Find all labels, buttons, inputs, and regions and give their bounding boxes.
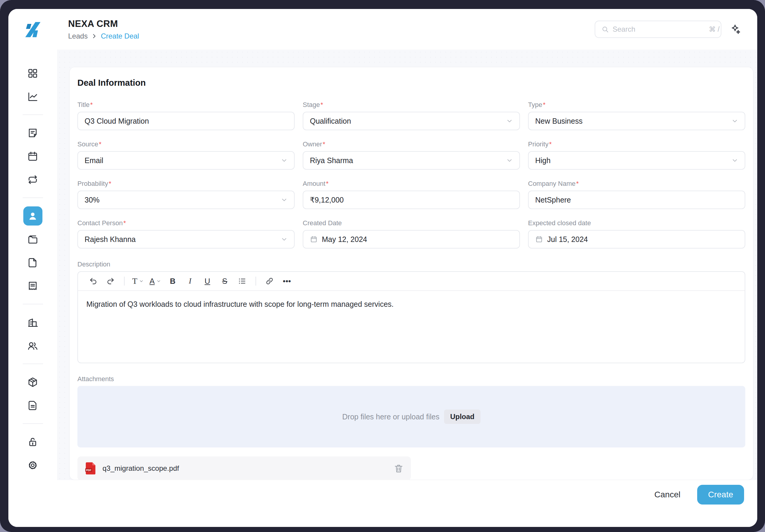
upload-button[interactable]: Upload [444,409,480,424]
deal-form-card: Deal Information Title*Q3 Cloud Migratio… [69,67,753,480]
sidebar-divider [23,114,43,115]
chevron-down-icon [506,117,513,125]
card-heading: Deal Information [77,78,745,88]
dropzone-text: Drop files here or upload files [342,412,439,421]
more-button[interactable]: ••• [280,274,294,288]
search-shortcut: ⌘ / [709,25,720,33]
sidebar-item-folders[interactable] [23,228,42,251]
source-select[interactable]: Email [77,151,295,170]
field-value: Qualification [310,117,351,126]
field-label-amount: Amount* [303,180,520,188]
field-value: 30% [85,196,100,204]
editor-toolbar: TABIUS••• [78,272,745,291]
text-style-glyph: T [132,276,137,286]
sidebar-item-products[interactable] [23,370,42,394]
search-icon [601,25,609,33]
field-label-owner: Owner* [303,140,520,148]
sidebar-item-files[interactable] [23,251,42,274]
toolbar-divider [256,276,256,285]
main-content: Deal Information Title*Q3 Cloud Migratio… [57,50,757,480]
sidebar-item-companies[interactable] [23,311,42,334]
analytics-icon [27,91,38,102]
company-name-input[interactable]: NetSphere [528,191,745,209]
chevron-down-icon [731,117,739,125]
required-asterisk: * [543,101,546,108]
calendar-icon [27,151,38,162]
chevron-down-icon [139,278,144,284]
link-button[interactable] [262,274,277,288]
redo-icon [106,277,115,285]
bullet-list-button[interactable] [235,274,250,288]
search-input[interactable] [613,25,705,33]
underline-glyph: U [205,276,210,286]
logo-cell [8,21,57,38]
stage-select[interactable]: Qualification [303,112,520,130]
ai-assistant-button[interactable] [729,23,742,36]
cancel-button[interactable]: Cancel [654,485,680,505]
header-right: ⌘ / [595,21,757,38]
field-label-text: Type [528,101,542,108]
created-date-date-picker[interactable]: May 12, 2024 [303,230,520,249]
sidebar-item-notes[interactable] [23,121,42,145]
undo-button[interactable] [86,274,101,288]
field-label-contact-person: Contact Person* [77,219,295,227]
underline-button[interactable]: U [200,274,215,288]
sidebar-item-invoices[interactable] [23,274,42,297]
breadcrumb: Leads Create Deal [68,32,139,40]
field-label-expected-closed-date: Expected closed date [528,219,745,227]
calendar-small-icon [310,236,318,243]
sync-icon [27,174,38,185]
description-input[interactable]: Migration of Q3 workloads to cloud infra… [78,291,745,363]
delete-attachment-button[interactable] [393,463,404,473]
type-select[interactable]: New Business [528,112,745,130]
folders-icon [27,234,38,245]
sidebar-item-team[interactable] [23,334,42,357]
chevron-right-icon [91,33,97,39]
field-value: New Business [535,117,582,126]
redo-button[interactable] [103,274,118,288]
sidebar-item-settings[interactable] [23,453,42,477]
search-box[interactable]: ⌘ / [595,21,721,38]
text-style-button[interactable]: T [131,274,146,288]
svg-text:PDF: PDF [86,469,91,472]
breadcrumb-parent[interactable]: Leads [68,32,88,40]
breadcrumb-current[interactable]: Create Deal [101,32,139,40]
field-stage: Stage*Qualification [303,101,520,130]
file-dropzone[interactable]: Drop files here or upload files Upload [77,386,745,447]
sidebar-item-contacts[interactable] [23,207,42,226]
app-title: NEXA CRM [68,19,139,29]
text-color-button[interactable]: A [148,274,163,288]
field-company-name: Company Name*NetSphere [528,180,745,209]
chevron-down-icon [280,157,288,164]
sidebar-item-calendar[interactable] [23,145,42,168]
italic-button[interactable]: I [183,274,198,288]
field-expected-closed-date: Expected closed dateJul 15, 2024 [528,219,745,249]
contact-person-select[interactable]: Rajesh Khanna [77,230,295,249]
sidebar-item-documents[interactable] [23,394,42,417]
field-value: May 12, 2024 [322,235,367,244]
create-button[interactable]: Create [697,485,744,505]
sidebar-item-security[interactable] [23,430,42,453]
strikethrough-button[interactable]: S [217,274,232,288]
header: NEXA CRM Leads Create Deal ⌘ / [8,9,757,50]
products-icon [27,377,38,388]
title-input[interactable]: Q3 Cloud Migration [77,112,295,130]
owner-select[interactable]: Riya Sharma [303,151,520,170]
field-label-created-date: Created Date [303,219,520,227]
toolbar-divider [124,276,125,285]
sidebar-item-dashboard[interactable] [23,62,42,85]
priority-select[interactable]: High [528,151,745,170]
chevron-down-icon [506,157,513,164]
sidebar-divider [23,423,43,424]
required-asterisk: * [109,180,112,187]
chevron-down-icon [280,196,288,204]
field-label-company-name: Company Name* [528,180,745,188]
bold-button[interactable]: B [165,274,180,288]
expected-closed-date-date-picker[interactable]: Jul 15, 2024 [528,230,745,249]
field-label-text: Probability [77,180,108,187]
sidebar-item-analytics[interactable] [23,85,42,108]
sidebar-item-sync[interactable] [23,168,42,191]
amount-input[interactable]: ₹9,12,000 [303,191,520,209]
field-value: Jul 15, 2024 [547,235,588,244]
probability-select[interactable]: 30% [77,191,295,209]
